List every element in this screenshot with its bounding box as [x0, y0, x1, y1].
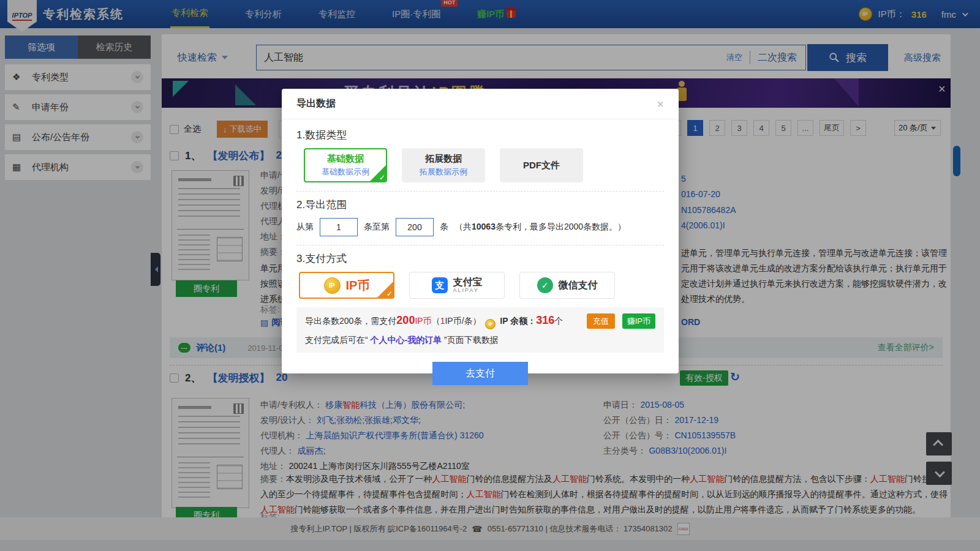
- extended-data-example-link[interactable]: 拓展数据示例: [420, 167, 467, 178]
- payment-options: IP IP币 ✓ 支 支付宝 ALIPAY ✓ 微信支付: [296, 272, 664, 299]
- alipay-icon: 支: [432, 277, 448, 293]
- range-from-input[interactable]: [320, 218, 358, 236]
- coin-icon: IP: [324, 277, 341, 294]
- range-note: （共10063条专利，最多导出2000条数据。）: [454, 222, 626, 233]
- check-icon: ✓: [386, 290, 393, 298]
- coin-icon: IP: [485, 319, 496, 329]
- divider: [296, 191, 664, 192]
- option-alipay[interactable]: 支 支付宝 ALIPAY: [409, 272, 505, 299]
- divider: [296, 245, 664, 246]
- check-icon: ✓: [379, 173, 385, 182]
- data-type-options: 基础数据 基础数据示例 ✓ 拓展数据 拓展数据示例 PDF文件: [296, 148, 664, 182]
- modal-body: 1.数据类型 基础数据 基础数据示例 ✓ 拓展数据 拓展数据示例 PDF文件 2…: [282, 119, 679, 385]
- modal-header: 导出数据 ×: [282, 89, 679, 119]
- modal-title: 导出数据: [296, 97, 336, 110]
- app-window: IPTOP 专利检索系统 专利检索 专利分析 专利监控 IP圈·专利圈 HOT …: [0, 0, 980, 551]
- option-basic-data[interactable]: 基础数据 基础数据示例 ✓: [304, 148, 387, 182]
- payment-summary: 导出条数200条，需支付200IP币（1IP币/条） IP IP 余额：316个…: [296, 307, 664, 353]
- earn-coins-button[interactable]: 赚IP币: [622, 313, 655, 329]
- option-wechat-pay[interactable]: ✓ 微信支付: [519, 272, 615, 299]
- summary-line-2: 支付完成后可在“ 个人中心-我的订单 ”页面下载数据: [305, 335, 655, 346]
- option-ip-coin[interactable]: IP IP币 ✓: [299, 272, 394, 299]
- payment-method-heading: 3.支付方式: [296, 252, 664, 266]
- export-range-row: 从第 条至第 条 （共10063条专利，最多导出2000条数据。）: [296, 218, 664, 236]
- export-range-heading: 2.导出范围: [296, 198, 664, 212]
- range-to-input[interactable]: [396, 218, 434, 236]
- export-data-modal: 导出数据 × 1.数据类型 基础数据 基础数据示例 ✓ 拓展数据 拓展数据示例 …: [282, 89, 679, 373]
- go-pay-button[interactable]: 去支付: [432, 362, 528, 385]
- recharge-button[interactable]: 充值: [587, 313, 615, 329]
- balance-value: 316: [536, 314, 554, 326]
- option-extended-data[interactable]: 拓展数据 拓展数据示例: [402, 148, 485, 182]
- option-pdf-file[interactable]: PDF文件: [500, 148, 583, 182]
- close-icon[interactable]: ×: [657, 98, 664, 110]
- cost-value: 200: [396, 314, 415, 326]
- wechat-icon: ✓: [537, 277, 553, 293]
- basic-data-example-link[interactable]: 基础数据示例: [322, 167, 369, 178]
- my-orders-link[interactable]: 个人中心-我的订单: [371, 335, 442, 345]
- data-type-heading: 1.数据类型: [296, 128, 664, 142]
